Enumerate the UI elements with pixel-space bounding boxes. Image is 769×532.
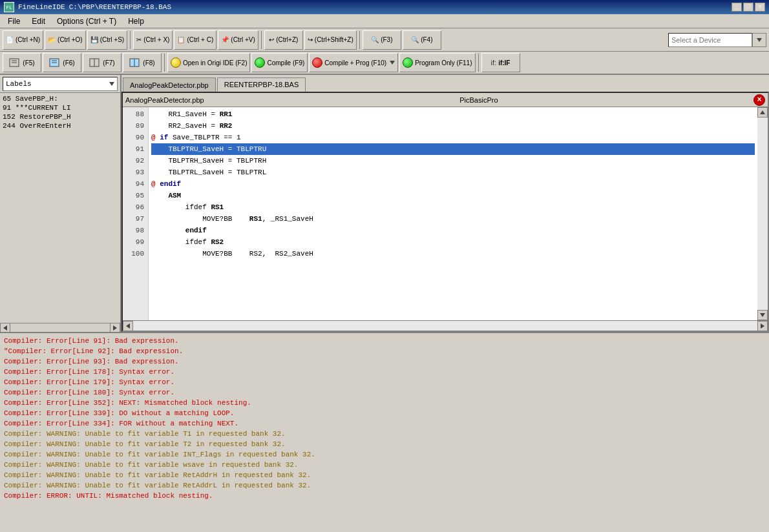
maximize-button[interactable]: □ bbox=[743, 3, 753, 12]
code-arrow-left-icon bbox=[126, 323, 130, 329]
output-line: Compiler: WARNING: Unable to fit variabl… bbox=[4, 449, 765, 460]
save-label: (Ctrl +S) bbox=[100, 36, 125, 43]
code-line-99: ifdef RS2 bbox=[151, 236, 755, 248]
device-input[interactable]: Select a Device bbox=[668, 33, 752, 47]
output-line: Compiler: Error[Line 93]: Bad expression… bbox=[4, 356, 765, 367]
toolbar2-2-icon bbox=[49, 57, 61, 68]
scroll-up-button[interactable] bbox=[757, 107, 768, 118]
left-panel-hscroll bbox=[0, 323, 120, 332]
program-button[interactable]: Program Only (F11) bbox=[399, 53, 475, 72]
compile-label: Compile (F9) bbox=[267, 59, 304, 66]
arrow-left-icon bbox=[3, 325, 7, 331]
code-line-91: TBLPTRU_SaveH = TBLPTRU bbox=[151, 143, 755, 155]
menu-options[interactable]: Options (Ctrl + T) bbox=[52, 15, 121, 27]
chevron-down-icon bbox=[757, 38, 762, 42]
menu-file[interactable]: File bbox=[3, 15, 25, 27]
pic-label: PicBasicPro bbox=[459, 96, 498, 104]
if-label: if:IF bbox=[498, 59, 510, 66]
code-line-94: @ endif bbox=[151, 178, 755, 190]
title-bar-left: FL FineLineIDE C:\PBP\REENTERPBP-18.BAS bbox=[4, 2, 171, 12]
output-line: Compiler: Error[Line 334]: FOR without a… bbox=[4, 418, 765, 429]
toolbar2-btn1-label: (F5) bbox=[23, 59, 34, 66]
labels-dropdown-label: Labels bbox=[6, 80, 32, 88]
open-button[interactable]: 📂 (Ctrl +O) bbox=[45, 30, 86, 50]
menu-edit[interactable]: Edit bbox=[26, 15, 50, 27]
find-button[interactable]: 🔍 (F3) bbox=[363, 30, 401, 50]
code-line-98: endif bbox=[151, 225, 755, 236]
output-line: Compiler: WARNING: Unable to fit variabl… bbox=[4, 470, 765, 480]
toolbar2-btn2[interactable]: (F6) bbox=[43, 53, 81, 72]
copy-label: (Ctrl + C) bbox=[187, 36, 213, 43]
device-dropdown-button[interactable] bbox=[752, 33, 766, 47]
output-line: Compiler: Error[Line 179]: Syntax error. bbox=[4, 377, 765, 387]
left-panel: Labels 65 SavePBP_H: 91 ***CURRENT LI 15… bbox=[0, 75, 121, 332]
list-item[interactable]: 244 OverReEnterH bbox=[1, 121, 119, 130]
paste-button[interactable]: 📌 (Ctrl +V) bbox=[218, 30, 258, 50]
code-vscroll bbox=[757, 107, 768, 320]
compile-prog-label: Compile + Prog (F10) bbox=[324, 59, 386, 66]
cut-button[interactable]: ✂ (Ctrl + X) bbox=[133, 30, 173, 50]
redo-button[interactable]: ↪ (Ctrl+Shift+Z) bbox=[304, 30, 357, 50]
app-logo: FL bbox=[4, 2, 14, 12]
vscroll-track bbox=[757, 118, 768, 310]
code-body: 88 89 90 91 92 93 94 95 96 97 98 99 100 bbox=[123, 107, 768, 320]
tab-reenter[interactable]: REENTERPBP-18.BAS bbox=[217, 77, 306, 92]
labels-dropdown[interactable]: Labels bbox=[3, 77, 118, 91]
open-orig-button[interactable]: Open in Origi IDE (F2) bbox=[167, 53, 250, 72]
compile-icon bbox=[255, 57, 265, 68]
line-numbers: 88 89 90 91 92 93 94 95 96 97 98 99 100 bbox=[123, 107, 149, 320]
line-number: 90 bbox=[124, 132, 147, 143]
findnext-button[interactable]: 🔍 (F4) bbox=[403, 30, 441, 50]
code-line-92: TBLPTRH_SaveH = TBLPTRH bbox=[151, 155, 755, 167]
output-line: Compiler: ERROR: UNTIL: Mismatched block… bbox=[4, 491, 765, 501]
code-filename: AnalogPeakDetector.pbp bbox=[125, 96, 204, 104]
new-button[interactable]: 📄 (Ctrl +N) bbox=[3, 30, 43, 50]
line-number: 97 bbox=[124, 213, 147, 225]
compile-button[interactable]: Compile (F9) bbox=[251, 53, 308, 72]
find-icon: 🔍 bbox=[371, 36, 379, 43]
list-item[interactable]: 65 SavePBP_H: bbox=[1, 94, 119, 103]
list-item[interactable]: 91 ***CURRENT LI bbox=[1, 103, 119, 112]
menu-help[interactable]: Help bbox=[123, 15, 149, 27]
arrow-down-icon bbox=[760, 313, 765, 317]
code-container: AnalogPeakDetector.pbp PicBasicPro × 88 … bbox=[121, 92, 769, 332]
separator2 bbox=[261, 31, 262, 49]
output-content: Compiler: Error[Line 91]: Bad expression… bbox=[0, 333, 769, 532]
code-line-95: ASM bbox=[151, 190, 755, 201]
close-window-button[interactable]: × bbox=[755, 3, 765, 12]
open-icon: 📂 bbox=[48, 36, 56, 43]
if-button[interactable]: if: if:IF bbox=[481, 53, 520, 72]
output-panel: Compiler: Error[Line 91]: Bad expression… bbox=[0, 332, 769, 532]
list-item[interactable]: 152 RestorePBP_H bbox=[1, 112, 119, 121]
separator1 bbox=[130, 31, 131, 49]
scroll-down-button[interactable] bbox=[757, 310, 768, 320]
minimize-button[interactable]: _ bbox=[732, 3, 742, 12]
toolbar2-btn4-label: (F8) bbox=[143, 59, 154, 66]
code-scroll-left-button[interactable] bbox=[123, 321, 133, 331]
arrow-up-icon bbox=[760, 110, 765, 114]
toolbar2-btn4[interactable]: (F8) bbox=[123, 53, 162, 72]
left-scroll-left-button[interactable] bbox=[0, 323, 10, 332]
toolbar2-btn3[interactable]: (F7) bbox=[83, 53, 121, 72]
close-file-button[interactable]: × bbox=[753, 94, 765, 106]
code-hscroll-track bbox=[133, 321, 757, 331]
left-scroll-right-button[interactable] bbox=[110, 323, 120, 332]
compile-prog-button[interactable]: Compile + Prog (F10) bbox=[309, 53, 398, 72]
new-icon: 📄 bbox=[6, 36, 14, 43]
code-scroll-right-button[interactable] bbox=[757, 321, 768, 331]
line-number: 91 bbox=[124, 143, 147, 155]
findnext-icon: 🔍 bbox=[411, 36, 419, 43]
toolbar2-btn1[interactable]: (F5) bbox=[3, 53, 41, 72]
device-selector: Select a Device bbox=[668, 33, 766, 47]
menu-bar: File Edit Options (Ctrl + T) Help bbox=[0, 14, 769, 28]
undo-button[interactable]: ↩ (Ctrl+Z) bbox=[264, 30, 303, 50]
copy-button[interactable]: 📋 (Ctrl + C) bbox=[174, 30, 216, 50]
save-button[interactable]: 💾 (Ctrl +S) bbox=[87, 30, 128, 50]
main-area: Labels 65 SavePBP_H: 91 ***CURRENT LI 15… bbox=[0, 75, 769, 532]
output-line: Compiler: Error[Line 339]: DO without a … bbox=[4, 408, 765, 418]
line-number: 99 bbox=[124, 236, 147, 248]
tab-analog[interactable]: AnalogPeakDetector.pbp bbox=[123, 77, 216, 92]
code-editor[interactable]: RR1_SaveH = RR1 RR2_SaveH = RR2 @ if Sav… bbox=[149, 107, 757, 320]
paste-label: (Ctrl +V) bbox=[231, 36, 255, 43]
app-title: FineLineIDE bbox=[18, 3, 65, 11]
